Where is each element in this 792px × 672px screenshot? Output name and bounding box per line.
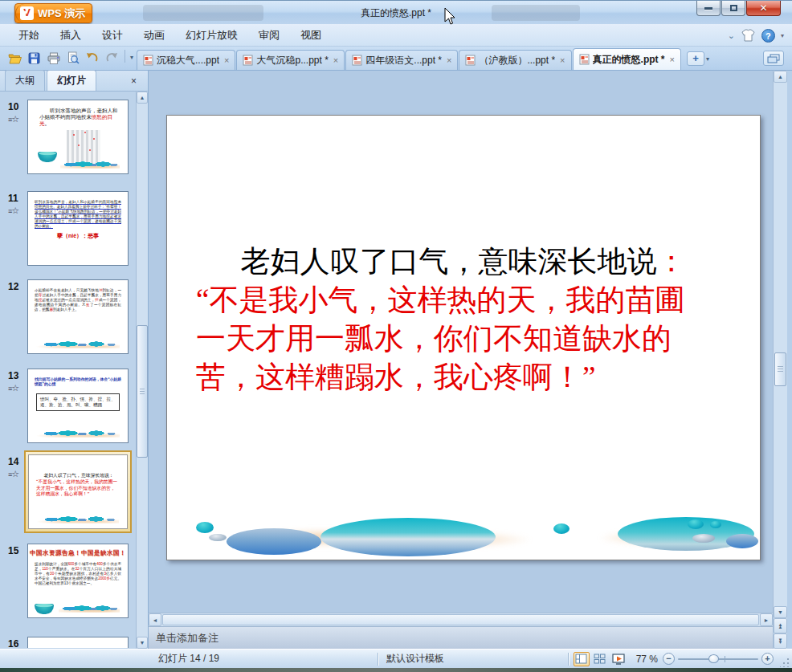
minimize-button[interactable] — [696, 1, 721, 16]
tab-close-icon[interactable]: × — [332, 55, 338, 65]
zoom-slider-handle[interactable] — [708, 654, 719, 663]
save-icon[interactable] — [26, 50, 43, 67]
thumb-text-black: 老妇人叹了口气，意味深长地说： — [39, 473, 119, 479]
toolbar-options-icon[interactable]: ▾ — [130, 54, 133, 63]
open-file-icon[interactable] — [6, 50, 23, 67]
panel-scroll-thumb[interactable] — [137, 325, 148, 458]
next-slide-button[interactable]: ▼▼ — [774, 633, 787, 649]
title-bar[interactable]: V WPS 演示 ▼ 真正的愤怒.ppt * ✕ — [0, 0, 792, 24]
print-preview-icon[interactable] — [64, 50, 81, 67]
scroll-down-icon[interactable]: ▼ — [774, 606, 787, 618]
horizontal-scroll-track[interactable] — [162, 614, 759, 625]
slide-red-line: 苦，这样糟蹋水，我心疼啊！” — [196, 358, 760, 397]
help-dropdown-icon[interactable]: ▾ — [781, 32, 784, 39]
tab-slides[interactable]: 幻灯片 — [47, 70, 96, 91]
slide-thumbnail-11[interactable]: 11 ≡☆ 听到水落地的声音，老妇人和小姑娘不约而同地投来愤怒的目光。老妇人跺着… — [0, 191, 136, 267]
arrange-windows-button[interactable] — [763, 51, 784, 66]
panel-tab-bar: 大纲 幻灯片 × — [0, 71, 148, 92]
new-tab-button[interactable]: + — [687, 51, 704, 66]
vertical-scroll-track[interactable] — [774, 83, 787, 606]
menu-design[interactable]: 设计 — [92, 25, 133, 46]
document-tab[interactable]: （沪教版）...ppt * × — [459, 50, 571, 70]
window-bottom-border — [0, 668, 792, 672]
previous-slide-button[interactable]: ▲▲ — [774, 618, 787, 633]
slideshow-button[interactable] — [610, 652, 627, 666]
panel-scroll-track[interactable] — [137, 104, 148, 637]
menu-home[interactable]: 开始 — [8, 25, 50, 46]
menu-insert[interactable]: 插入 — [50, 25, 92, 46]
resize-grip[interactable] — [780, 658, 790, 667]
thumbnail-list: 10 ≡☆ 听到水落地的声音，老妇人和小姑娘不约而同地投来愤怒的目光。 11 ≡… — [0, 92, 136, 649]
scroll-up-icon[interactable]: ▲ — [137, 92, 148, 104]
droplet — [320, 518, 496, 556]
slide-thumbnail-12[interactable]: 12 小姑娘却不去抢老妇人，只见她飞快地冲到缸边，一把夺过老妇人手中的水瓢，舀起… — [0, 279, 136, 356]
collapse-ribbon-icon[interactable]: ⌄ — [728, 31, 735, 41]
slide-position-indicator: 幻灯片 14 / 19 — [0, 652, 378, 666]
menu-view[interactable]: 视图 — [290, 25, 332, 46]
tab-label: 沉稳大气....ppt — [157, 54, 219, 67]
minimize-icon — [704, 7, 712, 10]
scroll-right-icon[interactable]: ► — [760, 613, 773, 626]
slide-thumbnail-16[interactable]: 16 — [0, 637, 136, 649]
normal-view-button[interactable] — [574, 652, 590, 666]
tab-close-icon[interactable]: × — [222, 55, 229, 65]
thumb-text-red: “不是我小气，这样热的天，我的苗圃一天才用一瓢水，你们不知道缺水的苦，这样糟蹋水… — [36, 479, 120, 498]
slide-thumbnail-10[interactable]: 10 ≡☆ 听到水落地的声音，老妇人和小姑娘不约而同地投来愤怒的目光。 — [0, 100, 136, 176]
document-tab[interactable]: 沉稳大气....ppt × — [137, 50, 235, 70]
close-button[interactable]: ✕ — [746, 1, 781, 16]
droplet — [227, 528, 321, 555]
notes-placeholder: 单击添加备注 — [156, 631, 218, 646]
tab-outline[interactable]: 大纲 — [5, 70, 45, 91]
tab-label: （沪教版）...ppt * — [479, 54, 555, 67]
ppt-file-icon — [352, 55, 362, 66]
slide-text-box[interactable]: 老妇人叹了口气，意味深长地说： “不是我小气，这样热的天，我的苗圃 一天才用一瓢… — [167, 242, 760, 397]
zoom-in-button[interactable]: + — [761, 653, 774, 665]
document-tab-bar: ▾ 沉稳大气....ppt × 大气沉稳p...ppt * × 四年级语文...… — [0, 47, 792, 71]
horizontal-scrollbar[interactable]: ◄ ► — [149, 613, 773, 626]
document-tab[interactable]: 大气沉稳p...ppt * × — [236, 50, 345, 70]
restore-button[interactable] — [721, 1, 745, 16]
new-tab-dropdown-icon[interactable]: ▾ — [706, 55, 709, 63]
help-icon[interactable]: ? — [761, 29, 775, 43]
panel-scrollbar[interactable]: ▲ ▼ — [136, 92, 148, 649]
slide-sorter-view-button[interactable] — [592, 652, 608, 666]
droplets-graphic — [36, 340, 120, 348]
droplet — [688, 519, 704, 529]
scroll-left-icon[interactable]: ◄ — [149, 613, 161, 626]
transition-star-icon: ≡☆ — [8, 206, 18, 216]
template-name: 默认设计模板 — [378, 652, 568, 666]
tab-close-icon[interactable]: × — [668, 55, 675, 64]
print-icon[interactable] — [45, 50, 62, 67]
menu-review[interactable]: 审阅 — [248, 25, 290, 46]
toolbar-separator — [125, 50, 125, 63]
redo-icon[interactable] — [103, 50, 120, 67]
scroll-up-icon[interactable]: ▲ — [774, 71, 787, 83]
water-droplets-image[interactable] — [167, 507, 761, 556]
menu-slideshow[interactable]: 幻灯片放映 — [175, 25, 248, 46]
tab-close-icon[interactable]: × — [558, 55, 565, 65]
notes-pane[interactable]: 单击添加备注 — [149, 626, 773, 649]
undo-icon[interactable] — [84, 50, 100, 67]
ppt-file-icon — [579, 54, 590, 65]
scroll-down-icon[interactable]: ▼ — [137, 637, 148, 649]
transition-star-icon: ≡☆ — [8, 469, 18, 479]
slide-thumbnail-14-selected[interactable]: 14 ≡☆ 老妇人叹了口气，意味深长地说： “不是我小气，这样热的天，我的苗圃一… — [0, 454, 136, 539]
slide-number: 15 — [8, 545, 18, 556]
slide-thumbnail-13[interactable]: 13 ≡☆ 找出描写小姑娘的一系列动作的词语，体会“小姑娘愤怒”的心情 愤叫、夺… — [0, 369, 136, 445]
current-slide[interactable]: 老妇人叹了口气，意味深长地说： “不是我小气，这样热的天，我的苗圃 一天才用一瓢… — [166, 115, 761, 560]
menu-animation[interactable]: 动画 — [133, 25, 175, 46]
zoom-slider[interactable] — [678, 653, 758, 665]
slide-title-line: 老妇人叹了口气，意味深长地说： — [167, 242, 760, 281]
slide-thumbnail-15[interactable]: 15 中国水资源告急！中国是缺水国！ 据水利部统计，全国600多个城市中有400… — [0, 544, 136, 620]
tab-close-icon[interactable]: × — [445, 55, 451, 65]
document-tab[interactable]: 四年级语文...ppt * × — [345, 50, 458, 70]
zoom-out-button[interactable]: − — [663, 653, 675, 665]
skin-theme-icon[interactable] — [741, 29, 756, 43]
window-title: 真正的愤怒.ppt * — [0, 6, 792, 20]
document-tab-active[interactable]: 真正的愤怒.ppt * × — [573, 48, 681, 70]
vertical-scroll-thumb[interactable] — [774, 352, 786, 386]
panel-close-icon[interactable]: × — [131, 75, 137, 87]
tab-label: 大气沉稳p...ppt * — [256, 54, 328, 67]
vertical-scrollbar[interactable]: ▲ ▼ ▲▲ ▼▼ — [773, 71, 787, 649]
slide-canvas[interactable]: 老妇人叹了口气，意味深长地说： “不是我小气，这样热的天，我的苗圃 一天才用一瓢… — [149, 71, 773, 613]
